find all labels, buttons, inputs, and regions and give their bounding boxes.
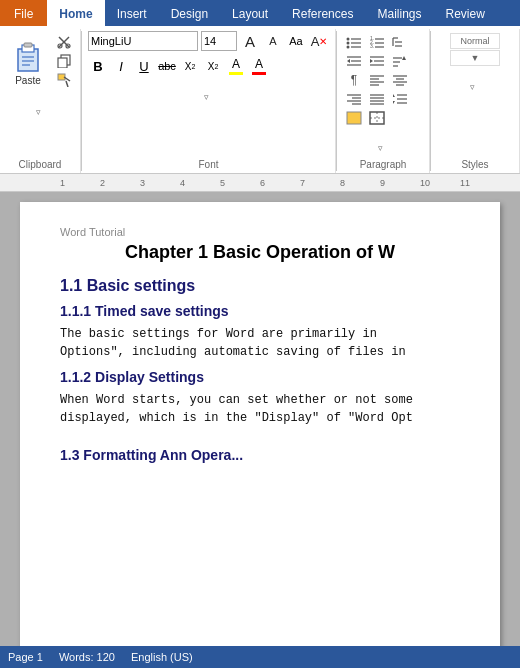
subscript-button[interactable]: X2 [180, 56, 200, 76]
doc-page-label: Word Tutorial [60, 226, 460, 238]
svg-point-17 [347, 42, 350, 45]
font-color-button[interactable]: A [249, 56, 269, 76]
paragraph-group-label: Paragraph [360, 159, 407, 170]
paste-button[interactable]: Paste [6, 33, 50, 91]
clipboard-expander[interactable]: ▿ [36, 107, 46, 135]
italic-button[interactable]: I [111, 56, 131, 76]
underline-button[interactable]: U [134, 56, 154, 76]
font-name-input[interactable] [88, 31, 198, 51]
cut-button[interactable] [52, 33, 76, 51]
change-case-button[interactable]: Aa [286, 31, 306, 51]
tab-file[interactable]: File [0, 0, 47, 26]
tab-layout[interactable]: Layout [220, 0, 280, 26]
shrink-font-button[interactable]: A [263, 31, 283, 51]
paste-label: Paste [15, 75, 41, 86]
sort-button[interactable] [389, 52, 411, 70]
svg-marker-42 [402, 56, 406, 60]
chapter-title: Chapter 1 Basic Operation of W [60, 242, 460, 263]
tab-insert[interactable]: Insert [105, 0, 159, 26]
styles-expand[interactable]: ▼ [450, 50, 500, 66]
grow-font-button[interactable]: A [240, 31, 260, 51]
body-text-1: The basic settings for Word are primaril… [60, 325, 460, 361]
svg-rect-12 [58, 74, 65, 80]
doc-page[interactable]: Word Tutorial Chapter 1 Basic Operation … [20, 202, 500, 652]
tab-design[interactable]: Design [159, 0, 220, 26]
justify-button[interactable] [366, 90, 388, 108]
strikethrough-button[interactable]: abc [157, 56, 177, 76]
svg-rect-11 [58, 58, 67, 68]
clipboard-group: Paste Clipboard ▿ [0, 29, 81, 173]
styles-group-label: Styles [461, 159, 488, 170]
decrease-indent-button[interactable] [343, 52, 365, 70]
font-group-label: Font [198, 159, 218, 170]
paste-icon [12, 39, 44, 75]
svg-rect-64 [347, 112, 361, 124]
ribbon-tabs: File Home Insert Design Layout Reference… [0, 0, 520, 26]
bullets-button[interactable] [343, 33, 365, 51]
font-size-input[interactable] [201, 31, 237, 51]
format-painter-button[interactable] [52, 71, 76, 89]
tab-references[interactable]: References [280, 0, 365, 26]
heading-1-3: 1.3 Formatting Ann Opera... [60, 447, 460, 463]
copy-button[interactable] [52, 52, 76, 70]
svg-point-19 [347, 46, 350, 49]
align-right-button[interactable] [343, 90, 365, 108]
align-left-button[interactable] [366, 71, 388, 89]
show-marks-button[interactable]: ¶ [343, 71, 365, 89]
align-center-button[interactable] [389, 71, 411, 89]
increase-indent-button[interactable] [366, 52, 388, 70]
paragraph-group: 1.2.3. ¶ [337, 29, 430, 173]
styles-group: Normal ▼ Styles ▿ [431, 29, 520, 173]
svg-line-14 [66, 81, 68, 87]
status-page: Page 1 [8, 651, 43, 663]
svg-marker-62 [393, 94, 395, 97]
status-language: English (US) [131, 651, 193, 663]
tab-mailings[interactable]: Mailings [365, 0, 433, 26]
tab-review[interactable]: Review [433, 0, 496, 26]
body-text-2: When Word starts, you can set whether or… [60, 391, 460, 427]
styles-dropdown[interactable]: Normal [450, 33, 500, 49]
superscript-button[interactable]: X2 [203, 56, 223, 76]
status-words: Words: 120 [59, 651, 115, 663]
clear-format-button[interactable]: A✕ [309, 31, 329, 51]
borders-button[interactable] [366, 109, 388, 127]
svg-rect-2 [24, 43, 32, 47]
status-bar: Page 1 Words: 120 English (US) [0, 646, 520, 668]
multilevel-list-button[interactable] [389, 33, 411, 51]
svg-point-15 [347, 38, 350, 41]
clipboard-actions [52, 33, 76, 89]
line-spacing-button[interactable] [389, 90, 411, 108]
tab-home[interactable]: Home [47, 0, 104, 26]
doc-area: Word Tutorial Chapter 1 Basic Operation … [0, 192, 520, 662]
font-expander[interactable]: ▿ [204, 92, 214, 120]
ruler: 1 2 3 4 5 6 7 8 9 10 11 [0, 174, 520, 192]
heading-1-1-1: 1.1.1 Timed save settings [60, 303, 460, 319]
svg-marker-34 [347, 59, 350, 63]
font-group: A A Aa A✕ B I U abc X2 X2 A A [82, 29, 336, 173]
svg-marker-38 [370, 59, 373, 63]
heading-1-1: 1.1 Basic settings [60, 277, 460, 295]
ribbon-toolbar: Paste Clipboard ▿ A [0, 26, 520, 174]
svg-marker-63 [393, 101, 395, 104]
bold-button[interactable]: B [88, 56, 108, 76]
svg-text:3.: 3. [370, 43, 374, 49]
numbering-button[interactable]: 1.2.3. [366, 33, 388, 51]
shading-button[interactable] [343, 109, 365, 127]
heading-1-1-2: 1.1.2 Display Settings [60, 369, 460, 385]
text-highlight-button[interactable]: A [226, 56, 246, 76]
clipboard-label: Clipboard [19, 159, 62, 170]
styles-expander[interactable]: ▿ [470, 82, 480, 110]
